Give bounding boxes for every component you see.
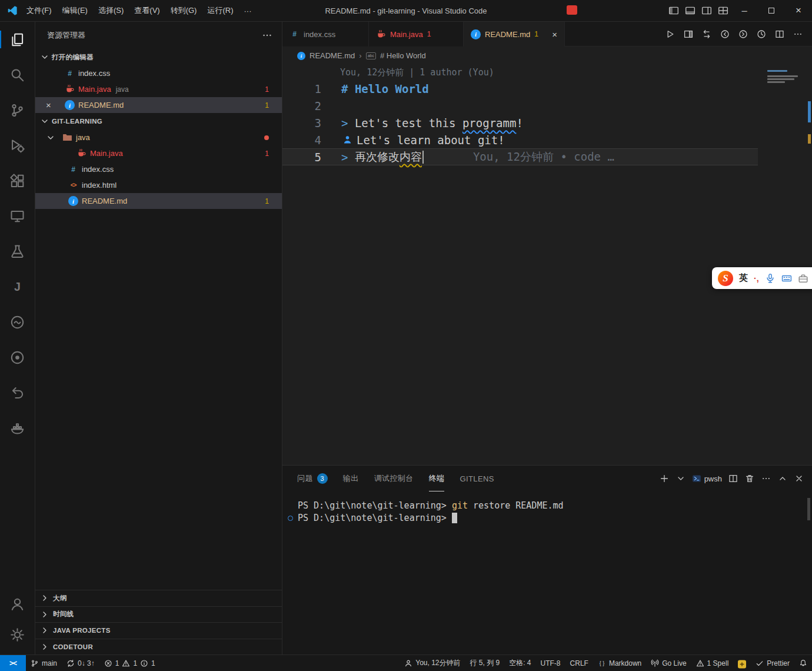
launch-profile-button[interactable] <box>674 471 688 486</box>
extensions-icon[interactable] <box>0 163 35 198</box>
menu-item[interactable]: 选择(S) <box>93 0 129 22</box>
git-branch[interactable]: main <box>26 655 62 671</box>
outline-section[interactable]: 大纲 <box>35 590 282 606</box>
split-editor-button[interactable] <box>773 27 787 41</box>
open-changes-button[interactable] <box>700 27 714 41</box>
ime-mode-toggle[interactable]: 英 <box>739 273 748 284</box>
close-panel-button[interactable] <box>792 471 806 486</box>
settings-gear-icon[interactable] <box>0 619 35 650</box>
indentation[interactable]: 空格: 4 <box>504 655 535 671</box>
tab-index-css[interactable]: #index.css <box>282 22 369 46</box>
gitlens-authors-lens[interactable]: You, 12分钟前 | 1 author (You) <box>340 65 812 80</box>
docker-icon[interactable] <box>0 410 35 446</box>
editor[interactable]: You, 12分钟前 | 1 author (You) 1# Hello Wor… <box>282 65 812 465</box>
live-preview-icon[interactable] <box>0 340 35 375</box>
panel-more-button[interactable] <box>759 471 773 486</box>
minimize-button[interactable]: ─ <box>731 0 758 21</box>
menu-item[interactable]: 查看(V) <box>129 0 165 22</box>
cursor-position[interactable]: 行 5, 列 9 <box>465 655 505 671</box>
timeline-button[interactable] <box>754 27 768 41</box>
debug-console-tab[interactable]: 调试控制台 <box>374 466 414 491</box>
kill-terminal-button[interactable] <box>743 471 757 486</box>
gitlens-blame[interactable]: You, 12分钟前 <box>400 655 465 671</box>
menu-item[interactable]: 转到(G) <box>165 0 202 22</box>
tree-folder-java[interactable]: java <box>35 129 282 145</box>
close-icon[interactable]: × <box>552 29 557 39</box>
tree-item-index-html[interactable]: <>index.html <box>35 177 282 193</box>
java-icon[interactable]: J <box>0 269 35 304</box>
minimap[interactable] <box>766 67 805 138</box>
run-button[interactable] <box>663 27 677 41</box>
language-mode[interactable]: { }Markdown <box>593 655 646 671</box>
toggle-secondary-sidebar-icon[interactable] <box>701 5 712 16</box>
terminal-tab[interactable]: 终端 <box>429 466 445 491</box>
more-actions-button[interactable] <box>791 27 805 41</box>
split-terminal-button[interactable] <box>726 471 740 486</box>
codetour-section[interactable]: CODETOUR <box>35 639 282 655</box>
close-icon[interactable]: × <box>46 100 61 110</box>
menu-item[interactable]: 编辑(E) <box>57 0 93 22</box>
terminal-shell-item[interactable]: pwsh <box>690 471 724 486</box>
output-tab[interactable]: 输出 <box>343 466 359 491</box>
customize-layout-icon[interactable] <box>718 5 728 16</box>
tree-item-readme-md[interactable]: iREADME.md1 <box>35 193 282 209</box>
punctuation-icon[interactable]: ·, <box>754 274 759 283</box>
tab-readme-md[interactable]: iREADME.md1× <box>464 22 565 46</box>
open-preview-button[interactable] <box>681 27 695 41</box>
toggle-panel-icon[interactable] <box>685 5 695 16</box>
keyboard-icon[interactable] <box>781 273 792 284</box>
close-button[interactable]: × <box>785 0 812 21</box>
menu-overflow-button[interactable]: ··· <box>238 0 257 22</box>
git-sync[interactable]: 0↓ 3↑ <box>62 655 99 671</box>
tree-item-main-java[interactable]: Main.javajava1 <box>35 81 282 97</box>
gradle-icon[interactable] <box>0 304 35 340</box>
source-control-icon[interactable] <box>0 92 35 128</box>
java-projects-section[interactable]: JAVA PROJECTS <box>35 622 282 639</box>
previous-change-button[interactable] <box>718 27 732 41</box>
spell-checker[interactable]: 1 Spell <box>691 655 734 671</box>
remote-indicator[interactable]: >< <box>0 655 26 671</box>
notifications[interactable] <box>794 655 812 671</box>
tree-item-main-java[interactable]: Main.java1 <box>35 145 282 161</box>
problems-tab[interactable]: 问题3 <box>297 466 328 491</box>
tab-main-java[interactable]: Main.java1 <box>369 22 464 46</box>
toolbox-icon[interactable] <box>798 273 808 284</box>
accounts-icon[interactable] <box>0 589 35 619</box>
explorer-more-actions-button[interactable] <box>262 30 272 41</box>
tree-item-index-css[interactable]: #index.css <box>35 161 282 177</box>
section-header-workspace[interactable]: GIT-LEARNING <box>35 113 282 129</box>
run-debug-icon[interactable] <box>0 128 35 163</box>
testing-icon[interactable] <box>0 234 35 269</box>
eol[interactable]: CRLF <box>565 655 593 671</box>
search-icon[interactable] <box>0 57 35 92</box>
menu-item[interactable]: 运行(R) <box>202 0 238 22</box>
problems[interactable]: 111 <box>99 655 160 671</box>
timeline-section[interactable]: 时间线 <box>35 606 282 623</box>
breadcrumb-file[interactable]: README.md <box>310 51 355 60</box>
command-decoration-icon[interactable] <box>288 516 293 521</box>
section-header-open-editors[interactable]: 打开的编辑器 <box>35 49 282 65</box>
terminal[interactable]: PS D:\git\note\git-learning> git restore… <box>282 491 812 655</box>
tree-item-readme-md[interactable]: ×iREADME.md1 <box>35 97 282 113</box>
codetour-icon[interactable] <box>0 375 35 410</box>
new-terminal-button[interactable] <box>657 471 671 486</box>
maximize-panel-button[interactable] <box>776 471 790 486</box>
gitlens-tab[interactable]: GITLENS <box>460 466 494 491</box>
toggle-sidebar-icon[interactable] <box>668 5 679 16</box>
next-change-button[interactable] <box>736 27 750 41</box>
prettier[interactable]: Prettier <box>751 655 794 671</box>
gold-extension[interactable] <box>733 655 751 671</box>
maximize-button[interactable] <box>758 0 785 21</box>
remote-explorer-icon[interactable] <box>0 198 35 234</box>
sogou-logo-icon[interactable]: S <box>718 271 733 286</box>
mic-icon[interactable] <box>765 273 776 284</box>
menu-item[interactable]: 文件(F) <box>21 0 57 22</box>
encoding[interactable]: UTF-8 <box>536 655 565 671</box>
explorer-icon[interactable] <box>0 22 35 57</box>
go-live[interactable]: Go Live <box>646 655 691 671</box>
terminal-scrollbar[interactable] <box>807 498 810 520</box>
ime-toolbar[interactable]: S 英 ·, <box>712 267 812 289</box>
breadcrumb-symbol[interactable]: # Hello World <box>380 51 426 60</box>
tree-item-index-css[interactable]: #index.css <box>35 65 282 81</box>
section-label: 打开的编辑器 <box>52 53 94 62</box>
